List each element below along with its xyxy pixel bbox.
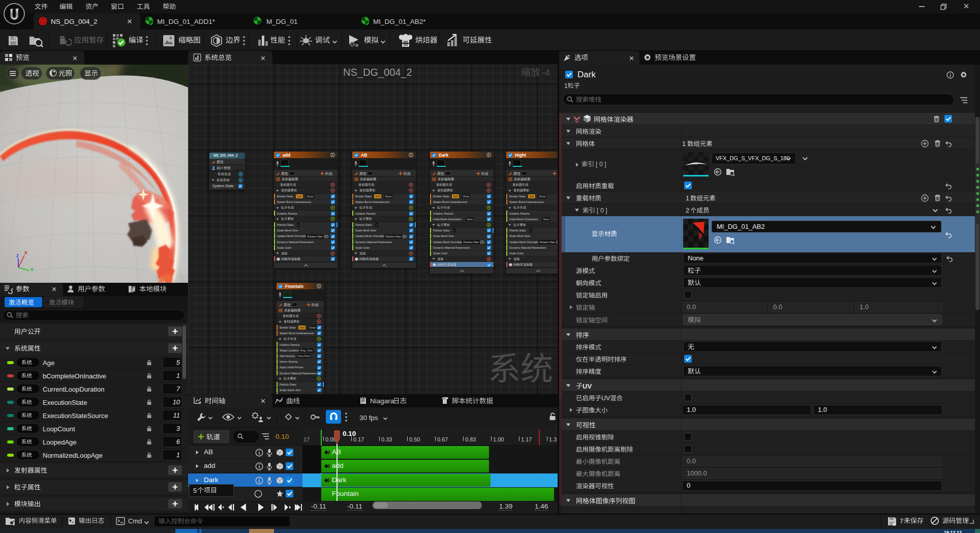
svg-text:y: y — [30, 266, 34, 271]
svg-text:x: x — [368, 20, 369, 23]
svg-text:z: z — [16, 253, 19, 258]
svg-text:x: x — [24, 250, 27, 255]
svg-text:x: x — [151, 20, 153, 23]
